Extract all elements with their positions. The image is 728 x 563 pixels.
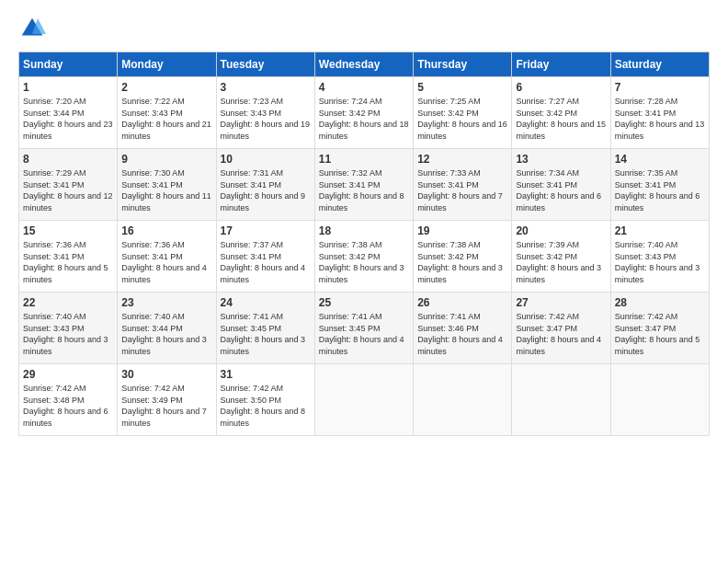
calendar-cell: 22 Sunrise: 7:40 AMSunset: 3:43 PMDaylig… [19, 293, 118, 364]
calendar-cell: 11 Sunrise: 7:32 AMSunset: 3:41 PMDaylig… [314, 149, 413, 221]
calendar-cell: 23 Sunrise: 7:40 AMSunset: 3:44 PMDaylig… [118, 293, 216, 364]
calendar-cell: 19 Sunrise: 7:38 AMSunset: 3:42 PMDaylig… [414, 221, 512, 293]
day-number: 16 [121, 224, 211, 237]
day-info: Sunrise: 7:36 AMSunset: 3:41 PMDaylight:… [121, 240, 207, 284]
day-number: 21 [615, 224, 705, 237]
calendar-table: SundayMondayTuesdayWednesdayThursdayFrid… [18, 52, 710, 436]
day-info: Sunrise: 7:36 AMSunset: 3:41 PMDaylight:… [23, 240, 108, 284]
calendar-week-2: 8 Sunrise: 7:29 AMSunset: 3:41 PMDayligh… [19, 149, 710, 221]
day-info: Sunrise: 7:37 AMSunset: 3:41 PMDaylight:… [221, 240, 306, 284]
day-number: 12 [417, 153, 507, 166]
day-info: Sunrise: 7:35 AMSunset: 3:41 PMDaylight:… [615, 168, 700, 213]
day-number: 24 [221, 296, 311, 309]
day-number: 27 [516, 296, 606, 309]
header [18, 15, 710, 42]
calendar-cell: 30 Sunrise: 7:42 AMSunset: 3:49 PMDaylig… [118, 364, 216, 436]
calendar-cell: 18 Sunrise: 7:38 AMSunset: 3:42 PMDaylig… [314, 221, 413, 293]
day-number: 29 [23, 368, 113, 381]
day-info: Sunrise: 7:42 AMSunset: 3:48 PMDaylight:… [23, 384, 108, 428]
day-info: Sunrise: 7:41 AMSunset: 3:45 PMDaylight:… [319, 312, 404, 356]
day-number: 22 [23, 296, 113, 309]
day-number: 28 [615, 296, 705, 309]
calendar-cell [610, 364, 709, 436]
logo [18, 15, 48, 42]
calendar-week-1: 1 Sunrise: 7:20 AMSunset: 3:44 PMDayligh… [19, 77, 710, 149]
day-info: Sunrise: 7:32 AMSunset: 3:41 PMDaylight:… [319, 168, 404, 213]
day-number: 18 [319, 224, 409, 237]
day-info: Sunrise: 7:31 AMSunset: 3:41 PMDaylight:… [221, 168, 306, 213]
logo-icon [18, 15, 46, 42]
calendar-cell: 12 Sunrise: 7:33 AMSunset: 3:41 PMDaylig… [414, 149, 512, 221]
day-header-friday: Friday [512, 52, 610, 77]
day-number: 31 [221, 368, 311, 381]
day-info: Sunrise: 7:42 AMSunset: 3:47 PMDaylight:… [516, 312, 601, 356]
calendar-cell: 7 Sunrise: 7:28 AMSunset: 3:41 PMDayligh… [610, 77, 709, 149]
day-header-wednesday: Wednesday [314, 52, 413, 77]
day-info: Sunrise: 7:33 AMSunset: 3:41 PMDaylight:… [417, 168, 503, 213]
day-info: Sunrise: 7:38 AMSunset: 3:42 PMDaylight:… [319, 240, 404, 284]
day-number: 11 [319, 153, 409, 166]
calendar-cell: 24 Sunrise: 7:41 AMSunset: 3:45 PMDaylig… [216, 293, 314, 364]
day-number: 30 [121, 368, 211, 381]
calendar-cell: 3 Sunrise: 7:23 AMSunset: 3:43 PMDayligh… [216, 77, 314, 149]
day-number: 2 [121, 81, 211, 94]
day-number: 13 [516, 153, 606, 166]
day-info: Sunrise: 7:40 AMSunset: 3:43 PMDaylight:… [23, 312, 108, 356]
day-number: 4 [319, 81, 409, 94]
calendar-week-5: 29 Sunrise: 7:42 AMSunset: 3:48 PMDaylig… [19, 364, 710, 436]
day-number: 6 [516, 81, 606, 94]
calendar-cell: 2 Sunrise: 7:22 AMSunset: 3:43 PMDayligh… [118, 77, 216, 149]
calendar-cell [314, 364, 413, 436]
day-info: Sunrise: 7:40 AMSunset: 3:43 PMDaylight:… [615, 240, 700, 284]
day-number: 26 [417, 296, 507, 309]
calendar-cell: 15 Sunrise: 7:36 AMSunset: 3:41 PMDaylig… [19, 221, 118, 293]
calendar-cell: 5 Sunrise: 7:25 AMSunset: 3:42 PMDayligh… [414, 77, 512, 149]
day-info: Sunrise: 7:42 AMSunset: 3:49 PMDaylight:… [121, 384, 207, 428]
day-number: 25 [319, 296, 409, 309]
day-number: 14 [615, 153, 705, 166]
calendar-cell: 25 Sunrise: 7:41 AMSunset: 3:45 PMDaylig… [314, 293, 413, 364]
day-info: Sunrise: 7:41 AMSunset: 3:45 PMDaylight:… [221, 312, 306, 356]
day-number: 1 [23, 81, 113, 94]
day-info: Sunrise: 7:23 AMSunset: 3:43 PMDaylight:… [221, 97, 311, 141]
calendar-cell: 14 Sunrise: 7:35 AMSunset: 3:41 PMDaylig… [610, 149, 709, 221]
day-info: Sunrise: 7:42 AMSunset: 3:47 PMDaylight:… [615, 312, 700, 356]
day-info: Sunrise: 7:25 AMSunset: 3:42 PMDaylight:… [417, 97, 507, 141]
calendar-cell [512, 364, 610, 436]
calendar-cell: 4 Sunrise: 7:24 AMSunset: 3:42 PMDayligh… [314, 77, 413, 149]
day-info: Sunrise: 7:24 AMSunset: 3:42 PMDaylight:… [319, 97, 409, 141]
day-info: Sunrise: 7:27 AMSunset: 3:42 PMDaylight:… [516, 97, 606, 141]
calendar-cell: 27 Sunrise: 7:42 AMSunset: 3:47 PMDaylig… [512, 293, 610, 364]
day-number: 5 [417, 81, 507, 94]
calendar-cell: 20 Sunrise: 7:39 AMSunset: 3:42 PMDaylig… [512, 221, 610, 293]
calendar-header-row: SundayMondayTuesdayWednesdayThursdayFrid… [19, 52, 710, 77]
calendar-cell: 6 Sunrise: 7:27 AMSunset: 3:42 PMDayligh… [512, 77, 610, 149]
calendar-cell: 21 Sunrise: 7:40 AMSunset: 3:43 PMDaylig… [610, 221, 709, 293]
day-info: Sunrise: 7:30 AMSunset: 3:41 PMDaylight:… [121, 168, 211, 213]
day-number: 8 [23, 153, 113, 166]
day-number: 3 [221, 81, 311, 94]
day-info: Sunrise: 7:38 AMSunset: 3:42 PMDaylight:… [417, 240, 503, 284]
day-number: 7 [615, 81, 705, 94]
calendar-cell: 13 Sunrise: 7:34 AMSunset: 3:41 PMDaylig… [512, 149, 610, 221]
day-number: 10 [221, 153, 311, 166]
day-number: 20 [516, 224, 606, 237]
day-info: Sunrise: 7:39 AMSunset: 3:42 PMDaylight:… [516, 240, 601, 284]
day-number: 19 [417, 224, 507, 237]
day-info: Sunrise: 7:29 AMSunset: 3:41 PMDaylight:… [23, 168, 113, 213]
calendar-week-3: 15 Sunrise: 7:36 AMSunset: 3:41 PMDaylig… [19, 221, 710, 293]
day-header-saturday: Saturday [610, 52, 709, 77]
day-header-tuesday: Tuesday [216, 52, 314, 77]
calendar-cell: 9 Sunrise: 7:30 AMSunset: 3:41 PMDayligh… [118, 149, 216, 221]
calendar-cell: 17 Sunrise: 7:37 AMSunset: 3:41 PMDaylig… [216, 221, 314, 293]
day-info: Sunrise: 7:41 AMSunset: 3:46 PMDaylight:… [417, 312, 503, 356]
main-container: SundayMondayTuesdayWednesdayThursdayFrid… [0, 0, 728, 445]
day-info: Sunrise: 7:34 AMSunset: 3:41 PMDaylight:… [516, 168, 601, 213]
day-number: 17 [221, 224, 311, 237]
calendar-cell: 1 Sunrise: 7:20 AMSunset: 3:44 PMDayligh… [19, 77, 118, 149]
day-info: Sunrise: 7:40 AMSunset: 3:44 PMDaylight:… [121, 312, 207, 356]
day-info: Sunrise: 7:22 AMSunset: 3:43 PMDaylight:… [121, 97, 211, 141]
calendar-cell [414, 364, 512, 436]
day-header-sunday: Sunday [19, 52, 118, 77]
calendar-cell: 10 Sunrise: 7:31 AMSunset: 3:41 PMDaylig… [216, 149, 314, 221]
